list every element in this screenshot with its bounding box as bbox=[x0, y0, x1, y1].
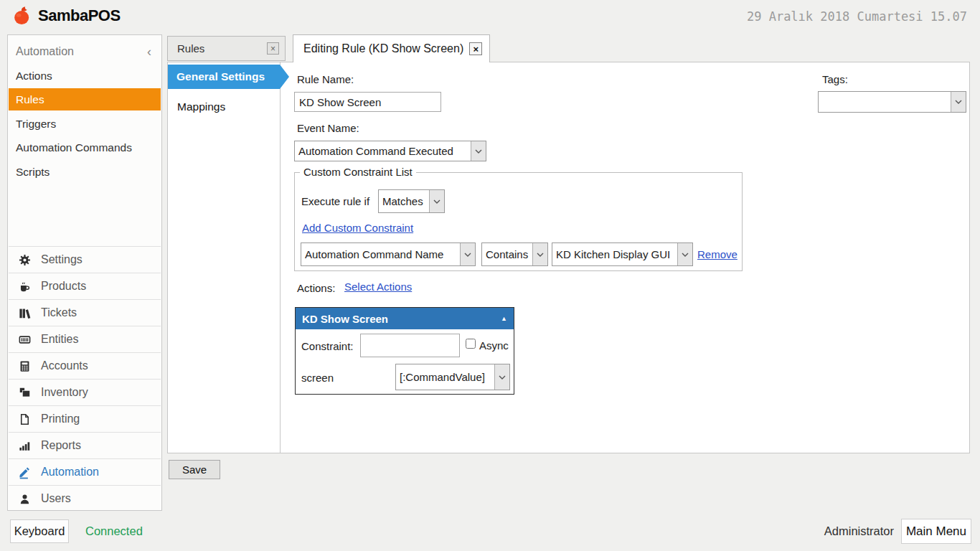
screen-param-value: [:CommandValue] bbox=[396, 371, 494, 383]
match-mode-select[interactable]: Matches bbox=[378, 189, 445, 213]
logged-in-user: Administrator bbox=[824, 524, 894, 538]
screen-param-label: screen bbox=[301, 372, 334, 384]
action-constraint-label: Constraint: bbox=[301, 340, 354, 352]
tags-select[interactable] bbox=[818, 91, 966, 113]
sidebar-item-label: Accounts bbox=[41, 359, 88, 372]
close-icon[interactable]: × bbox=[267, 42, 279, 55]
remove-constraint-link[interactable]: Remove bbox=[697, 248, 738, 260]
action-panel-kd-show-screen: KD Show Screen ▲ Constraint: Async scree… bbox=[295, 307, 514, 395]
save-button[interactable]: Save bbox=[169, 460, 220, 479]
custom-constraint-group-title: Custom Constraint List bbox=[300, 166, 416, 178]
tab-label: Rules bbox=[177, 42, 204, 55]
sidebar-item-actions[interactable]: Actions bbox=[9, 65, 161, 87]
event-name-value: Automation Command Executed bbox=[295, 145, 471, 157]
sidebar-item-tickets[interactable]: Tickets bbox=[9, 299, 161, 326]
constraint-value-select[interactable]: KD Kitchen Display GUI bbox=[552, 242, 693, 266]
async-label: Async bbox=[479, 339, 509, 352]
app-title: SambaPOS bbox=[38, 6, 121, 25]
sidebar-item-reports[interactable]: Reports bbox=[9, 432, 161, 458]
rule-editor-panel: Rule Name: Tags: Event Name: Automation … bbox=[280, 62, 970, 453]
sidebar-section-title: Automation bbox=[16, 45, 74, 58]
chevron-down-icon bbox=[460, 243, 475, 265]
actions-label: Actions: bbox=[297, 282, 335, 294]
action-panel-header[interactable]: KD Show Screen ▲ bbox=[296, 308, 514, 329]
sidebar-item-automation[interactable]: Automation bbox=[9, 458, 161, 485]
tab-rules[interactable]: Rules × bbox=[167, 36, 286, 61]
sidebar-item-label: Products bbox=[41, 280, 86, 293]
constraint-value-value: KD Kitchen Display GUI bbox=[552, 248, 677, 260]
sidebar-item-label: Entities bbox=[41, 333, 78, 346]
main-menu-button[interactable]: Main Menu bbox=[901, 519, 971, 544]
sidebar-item-inventory[interactable]: Inventory bbox=[9, 379, 161, 405]
chevron-down-icon bbox=[471, 141, 486, 161]
nav-item-label: Mappings bbox=[177, 100, 225, 113]
collapse-up-icon[interactable]: ▲ bbox=[501, 315, 507, 322]
tags-label: Tags: bbox=[822, 73, 848, 85]
tab-label: Editing Rule (KD Show Screen) bbox=[303, 42, 463, 55]
sidebar-item-label: Automation bbox=[41, 466, 99, 479]
person-icon bbox=[17, 491, 32, 506]
sidebar-item-triggers[interactable]: Triggers bbox=[9, 113, 161, 135]
constraint-operator-select[interactable]: Contains bbox=[481, 242, 548, 266]
action-constraint-input[interactable] bbox=[360, 334, 460, 357]
app-logo: SambaPOS bbox=[11, 5, 121, 27]
rule-name-input[interactable] bbox=[294, 92, 441, 112]
nav-item-general-settings[interactable]: General Settings bbox=[168, 65, 280, 89]
tab-editing-rule[interactable]: Editing Rule (KD Show Screen) × bbox=[293, 34, 490, 62]
tomato-logo-icon bbox=[11, 5, 33, 27]
action-panel-title: KD Show Screen bbox=[302, 313, 388, 325]
chevron-down-icon bbox=[494, 364, 509, 390]
custom-constraint-group: Custom Constraint List Execute rule if M… bbox=[294, 172, 743, 271]
bar-chart-icon bbox=[17, 438, 32, 453]
coffee-cup-icon bbox=[17, 279, 32, 293]
chevron-down-icon bbox=[951, 92, 966, 112]
sidebar: Automation ‹ Actions Rules Triggers Auto… bbox=[7, 34, 162, 511]
sidebar-item-rules[interactable]: Rules bbox=[9, 88, 161, 110]
sidebar-item-settings[interactable]: Settings bbox=[9, 246, 161, 273]
async-checkbox[interactable] bbox=[466, 339, 476, 349]
sidebar-item-printing[interactable]: Printing bbox=[9, 405, 161, 432]
constraint-field-value: Automation Command Name bbox=[301, 248, 460, 260]
sidebar-item-label: Settings bbox=[41, 253, 83, 266]
screen-param-select[interactable]: [:CommandValue] bbox=[395, 364, 510, 390]
nav-item-label: General Settings bbox=[176, 70, 265, 83]
rule-nav-panel: General Settings Mappings bbox=[167, 62, 281, 453]
chevron-down-icon bbox=[429, 190, 444, 212]
sidebar-item-entities[interactable]: Entities bbox=[9, 326, 161, 352]
sidebar-item-automation-commands[interactable]: Automation Commands bbox=[9, 136, 161, 159]
barcode-icon bbox=[17, 332, 32, 347]
document-icon bbox=[17, 412, 32, 426]
clock-text: 29 Aralık 2018 Cumartesi 15.07 bbox=[747, 9, 967, 24]
match-mode-value: Matches bbox=[379, 195, 429, 207]
sidebar-section-header: Automation ‹ bbox=[8, 41, 161, 62]
pencil-icon bbox=[17, 465, 32, 479]
event-name-label: Event Name: bbox=[297, 122, 359, 134]
keyboard-button[interactable]: Keyboard bbox=[10, 519, 69, 543]
sidebar-item-products[interactable]: Products bbox=[9, 273, 161, 299]
app-window: SambaPOS 29 Aralık 2018 Cumartesi 15.07 … bbox=[0, 0, 980, 551]
books-icon bbox=[17, 306, 32, 320]
sidebar-item-accounts[interactable]: Accounts bbox=[9, 352, 161, 379]
gear-icon bbox=[17, 253, 32, 267]
collapse-left-icon[interactable]: ‹ bbox=[147, 45, 151, 58]
calculator-icon bbox=[17, 359, 32, 373]
boxes-icon bbox=[17, 385, 32, 400]
execute-rule-if-label: Execute rule if bbox=[301, 195, 369, 207]
sidebar-item-scripts[interactable]: Scripts bbox=[9, 161, 161, 183]
sidebar-item-label: Printing bbox=[41, 413, 80, 425]
sidebar-item-label: Reports bbox=[41, 439, 81, 452]
constraint-operator-value: Contains bbox=[482, 248, 532, 260]
nav-item-mappings[interactable]: Mappings bbox=[168, 96, 280, 118]
close-icon[interactable]: × bbox=[469, 42, 482, 55]
chevron-down-icon bbox=[677, 243, 692, 265]
sidebar-item-users[interactable]: Users bbox=[9, 485, 161, 512]
sidebar-item-label: Tickets bbox=[41, 306, 77, 319]
select-actions-link[interactable]: Select Actions bbox=[344, 281, 412, 293]
constraint-field-select[interactable]: Automation Command Name bbox=[301, 242, 476, 266]
connection-status: Connected bbox=[85, 524, 143, 538]
add-custom-constraint-link[interactable]: Add Custom Constraint bbox=[302, 222, 413, 234]
sidebar-item-label: Users bbox=[41, 492, 71, 505]
event-name-select[interactable]: Automation Command Executed bbox=[294, 141, 486, 161]
selected-arrow-notch bbox=[280, 65, 289, 89]
chevron-down-icon bbox=[532, 243, 547, 265]
